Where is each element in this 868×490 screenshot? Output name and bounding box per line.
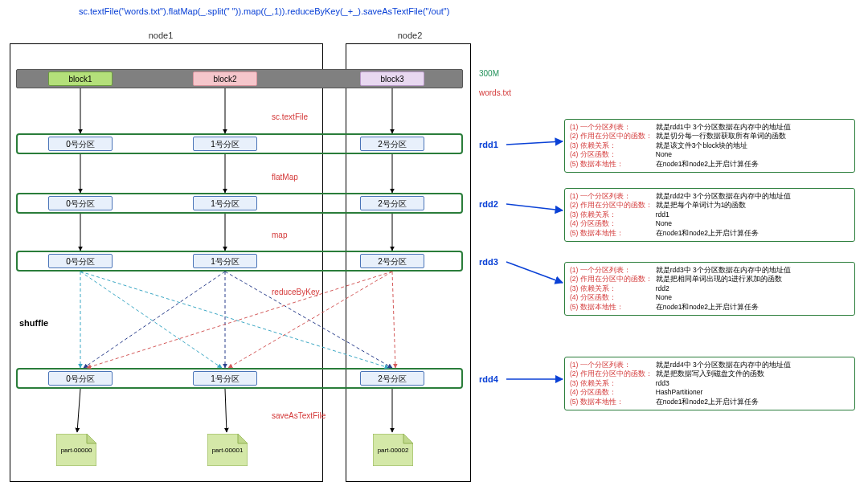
file2-label: part-00002 <box>373 447 413 454</box>
info-key: (1) 一个分区列表： <box>570 192 656 201</box>
rdd4-p1: 1号分区 <box>193 371 257 386</box>
info-val: 在node1和node2上开启计算任务 <box>656 303 794 312</box>
info-key: (5) 数据本地性： <box>570 303 656 312</box>
rdd3-label: rdd3 <box>479 257 498 267</box>
info-key: (5) 数据本地性： <box>570 229 656 238</box>
op-map: map <box>272 231 287 239</box>
info-val: 就是把每个单词计为1的函数 <box>656 201 794 210</box>
rdd1-p0: 0号分区 <box>48 137 113 151</box>
node1-label: node1 <box>137 31 185 40</box>
rdd2-p2: 2号分区 <box>360 196 424 210</box>
op-textfile: sc.textFile <box>272 112 308 121</box>
svg-line-23 <box>506 262 563 283</box>
info-val: rdd1 <box>656 210 794 219</box>
info-val: 在node1和node2上开启计算任务 <box>656 398 794 406</box>
info-key: (3) 依赖关系： <box>570 141 656 150</box>
svg-line-22 <box>506 204 563 210</box>
rdd1-p2: 2号分区 <box>360 137 424 151</box>
info-key: (4) 分区函数： <box>570 219 656 228</box>
info-key: (2) 作用在分区中的函数： <box>570 201 656 210</box>
rdd4-info: (1) 一个分区列表：就是rdd4中 3个分区数据在内存中的地址值 (2) 作用… <box>564 357 855 410</box>
rdd2-info: (1) 一个分区列表：就是rdd2中 3个分区数据在内存中的地址值 (2) 作用… <box>564 188 855 242</box>
op-flatmap: flatMap <box>272 173 298 182</box>
size-label: 300M <box>479 69 499 78</box>
rdd1-p1: 1号分区 <box>193 137 257 151</box>
info-val: rdd2 <box>656 284 794 293</box>
block2: block2 <box>193 71 257 86</box>
rdd2-p1: 1号分区 <box>193 196 257 210</box>
info-val: 就是把相同单词出现的1进行累加的函数 <box>656 275 794 284</box>
info-key: (2) 作用在分区中的函数： <box>570 370 656 378</box>
info-val: 就是rdd1中 3个分区数据在内存中的地址值 <box>656 123 794 132</box>
info-val: 就是该文件3个block块的地址 <box>656 141 794 150</box>
rdd4-label: rdd4 <box>479 374 498 384</box>
rdd3-p2: 2号分区 <box>360 254 424 268</box>
info-val: 就是把数据写入到磁盘文件的函数 <box>656 370 794 378</box>
file1-label: part-00001 <box>207 447 248 454</box>
file0-label: part-00000 <box>56 447 96 454</box>
info-key: (4) 分区函数： <box>570 388 656 397</box>
info-key: (3) 依赖关系： <box>570 210 656 219</box>
rdd3-p0: 0号分区 <box>48 254 113 268</box>
info-key: (1) 一个分区列表： <box>570 123 656 132</box>
info-key: (5) 数据本地性： <box>570 398 656 406</box>
info-val: rdd3 <box>656 379 794 388</box>
info-key: (4) 分区函数： <box>570 150 656 159</box>
shuffle-label: shuffle <box>19 318 48 328</box>
info-val: 在node1和node2上开启计算任务 <box>656 160 794 169</box>
info-key: (5) 数据本地性： <box>570 160 656 169</box>
info-val: None <box>656 293 794 302</box>
info-key: (4) 分区函数： <box>570 293 656 302</box>
svg-line-21 <box>506 141 563 145</box>
info-val: None <box>656 150 794 159</box>
rdd4-p2: 2号分区 <box>360 371 424 386</box>
rdd4-p0: 0号分区 <box>48 371 113 386</box>
rdd1-info: (1) 一个分区列表：就是rdd1中 3个分区数据在内存中的地址值 (2) 作用… <box>564 119 855 173</box>
block3: block3 <box>360 71 424 86</box>
rdd1-label: rdd1 <box>479 140 498 149</box>
info-val: 就是rdd4中 3个分区数据在内存中的地址值 <box>656 361 794 370</box>
info-key: (1) 一个分区列表： <box>570 266 656 275</box>
info-val: 就是rdd2中 3个分区数据在内存中的地址值 <box>656 192 794 201</box>
info-val: 就是切分每一行数据获取所有单词的函数 <box>656 132 794 141</box>
rdd2-label: rdd2 <box>479 199 498 209</box>
rdd2-p0: 0号分区 <box>48 196 113 210</box>
rdd3-info: (1) 一个分区列表：就是rdd3中 3个分区数据在内存中的地址值 (2) 作用… <box>564 262 855 316</box>
op-reducekey: reduceByKey <box>272 288 319 296</box>
file-label: words.txt <box>479 88 511 97</box>
node2-label: node2 <box>386 31 434 40</box>
info-key: (2) 作用在分区中的函数： <box>570 275 656 284</box>
info-val: 就是rdd3中 3个分区数据在内存中的地址值 <box>656 266 794 275</box>
info-key: (2) 作用在分区中的函数： <box>570 132 656 141</box>
info-val: None <box>656 219 794 228</box>
info-key: (1) 一个分区列表： <box>570 361 656 370</box>
info-key: (3) 依赖关系： <box>570 379 656 388</box>
rdd3-p1: 1号分区 <box>193 254 257 268</box>
info-key: (3) 依赖关系： <box>570 284 656 293</box>
block1: block1 <box>48 71 113 86</box>
op-save: saveAsTextFile <box>272 411 326 420</box>
info-val: HashPartitioner <box>656 388 794 397</box>
info-val: 在node1和node2上开启计算任务 <box>656 229 794 238</box>
code-expression: sc.textFile("words.txt").flatMap(_.split… <box>79 6 449 16</box>
